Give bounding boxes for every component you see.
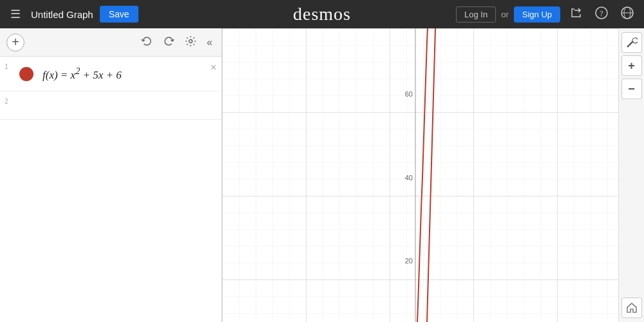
settings-button[interactable] xyxy=(182,33,199,52)
expression-number: 1 xyxy=(0,61,13,73)
collapse-button[interactable]: « xyxy=(204,34,215,51)
settings-icon xyxy=(185,35,196,47)
svg-text:40: 40 xyxy=(405,174,413,182)
zoom-out-button[interactable]: − xyxy=(621,79,642,99)
color-circle xyxy=(19,67,33,81)
graph-title: Untitled Graph xyxy=(31,9,93,20)
expression-row-empty: 2 xyxy=(0,91,222,120)
save-button[interactable]: Save xyxy=(100,6,138,23)
expression-list: 1 f(x) = x2 + 5x + 6 × 2 xyxy=(0,57,222,322)
expression-panel: + « xyxy=(0,28,222,322)
top-bar: ☰ Untitled Graph Save desmos Log In or S… xyxy=(0,0,644,28)
home-icon xyxy=(626,302,638,314)
menu-button[interactable]: ☰ xyxy=(6,5,24,24)
expression-number: 2 xyxy=(0,95,13,108)
or-separator: or xyxy=(501,10,509,19)
expression-formula[interactable]: f(x) = x2 + 5x + 6 xyxy=(40,61,222,87)
globe-icon xyxy=(621,6,634,19)
svg-text:?: ? xyxy=(600,9,603,18)
home-button[interactable] xyxy=(621,298,642,318)
signup-button[interactable]: Sign Up xyxy=(514,6,560,23)
redo-icon xyxy=(163,35,175,47)
expression-toolbar: + « xyxy=(0,28,222,57)
globe-button[interactable] xyxy=(617,4,638,25)
wrench-icon xyxy=(626,37,638,48)
share-icon xyxy=(569,6,582,19)
wrench-button[interactable] xyxy=(621,32,642,53)
share-button[interactable] xyxy=(565,4,586,25)
right-toolbar: + − xyxy=(618,28,644,322)
svg-point-5 xyxy=(189,39,193,43)
add-expression-button[interactable]: + xyxy=(6,33,24,52)
expression-color-picker[interactable] xyxy=(15,63,37,85)
graph-area[interactable]: 60 40 20 xyxy=(222,28,618,322)
main-area: + « xyxy=(0,28,644,322)
login-button[interactable]: Log In xyxy=(456,6,496,23)
help-button[interactable]: ? xyxy=(591,4,612,25)
svg-text:60: 60 xyxy=(405,90,413,98)
zoom-in-button[interactable]: + xyxy=(621,55,642,76)
svg-rect-7 xyxy=(222,28,618,322)
expression-delete-button[interactable]: × xyxy=(211,62,216,73)
expression-row: 1 f(x) = x2 + 5x + 6 × xyxy=(0,57,222,91)
undo-icon xyxy=(141,35,153,47)
svg-text:20: 20 xyxy=(405,257,413,265)
brand-logo: desmos xyxy=(293,4,351,24)
graph-canvas: 60 40 20 xyxy=(222,28,618,322)
help-icon: ? xyxy=(595,6,608,19)
undo-button[interactable] xyxy=(138,33,155,52)
redo-button[interactable] xyxy=(160,33,177,52)
